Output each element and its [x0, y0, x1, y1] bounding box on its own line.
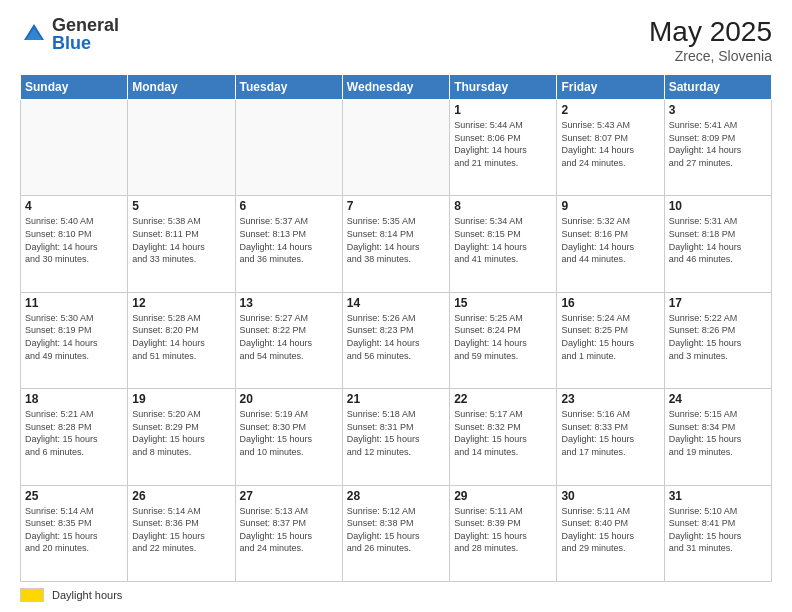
calendar-day-header: Wednesday: [342, 75, 449, 100]
day-info: Sunrise: 5:21 AM Sunset: 8:28 PM Dayligh…: [25, 408, 123, 458]
calendar-day-header: Sunday: [21, 75, 128, 100]
calendar-day-header: Saturday: [664, 75, 771, 100]
table-row: 8Sunrise: 5:34 AM Sunset: 8:15 PM Daylig…: [450, 196, 557, 292]
table-row: 27Sunrise: 5:13 AM Sunset: 8:37 PM Dayli…: [235, 485, 342, 581]
day-number: 9: [561, 199, 659, 213]
day-number: 30: [561, 489, 659, 503]
day-number: 3: [669, 103, 767, 117]
table-row: 26Sunrise: 5:14 AM Sunset: 8:36 PM Dayli…: [128, 485, 235, 581]
day-number: 20: [240, 392, 338, 406]
month-year: May 2025: [649, 16, 772, 48]
day-info: Sunrise: 5:37 AM Sunset: 8:13 PM Dayligh…: [240, 215, 338, 265]
calendar-week-row: 18Sunrise: 5:21 AM Sunset: 8:28 PM Dayli…: [21, 389, 772, 485]
day-info: Sunrise: 5:28 AM Sunset: 8:20 PM Dayligh…: [132, 312, 230, 362]
day-info: Sunrise: 5:20 AM Sunset: 8:29 PM Dayligh…: [132, 408, 230, 458]
table-row: 23Sunrise: 5:16 AM Sunset: 8:33 PM Dayli…: [557, 389, 664, 485]
table-row: 2Sunrise: 5:43 AM Sunset: 8:07 PM Daylig…: [557, 100, 664, 196]
table-row: 7Sunrise: 5:35 AM Sunset: 8:14 PM Daylig…: [342, 196, 449, 292]
table-row: 28Sunrise: 5:12 AM Sunset: 8:38 PM Dayli…: [342, 485, 449, 581]
day-number: 2: [561, 103, 659, 117]
table-row: 4Sunrise: 5:40 AM Sunset: 8:10 PM Daylig…: [21, 196, 128, 292]
day-info: Sunrise: 5:17 AM Sunset: 8:32 PM Dayligh…: [454, 408, 552, 458]
day-info: Sunrise: 5:34 AM Sunset: 8:15 PM Dayligh…: [454, 215, 552, 265]
day-info: Sunrise: 5:15 AM Sunset: 8:34 PM Dayligh…: [669, 408, 767, 458]
table-row: [128, 100, 235, 196]
day-number: 28: [347, 489, 445, 503]
calendar-week-row: 25Sunrise: 5:14 AM Sunset: 8:35 PM Dayli…: [21, 485, 772, 581]
day-number: 4: [25, 199, 123, 213]
table-row: 6Sunrise: 5:37 AM Sunset: 8:13 PM Daylig…: [235, 196, 342, 292]
day-number: 17: [669, 296, 767, 310]
day-info: Sunrise: 5:22 AM Sunset: 8:26 PM Dayligh…: [669, 312, 767, 362]
table-row: 16Sunrise: 5:24 AM Sunset: 8:25 PM Dayli…: [557, 292, 664, 388]
table-row: 3Sunrise: 5:41 AM Sunset: 8:09 PM Daylig…: [664, 100, 771, 196]
day-info: Sunrise: 5:14 AM Sunset: 8:36 PM Dayligh…: [132, 505, 230, 555]
logo-general-text: General: [52, 15, 119, 35]
day-info: Sunrise: 5:13 AM Sunset: 8:37 PM Dayligh…: [240, 505, 338, 555]
day-number: 18: [25, 392, 123, 406]
day-info: Sunrise: 5:44 AM Sunset: 8:06 PM Dayligh…: [454, 119, 552, 169]
day-number: 8: [454, 199, 552, 213]
table-row: 17Sunrise: 5:22 AM Sunset: 8:26 PM Dayli…: [664, 292, 771, 388]
day-number: 21: [347, 392, 445, 406]
calendar-day-header: Monday: [128, 75, 235, 100]
day-number: 25: [25, 489, 123, 503]
day-number: 19: [132, 392, 230, 406]
day-info: Sunrise: 5:32 AM Sunset: 8:16 PM Dayligh…: [561, 215, 659, 265]
day-number: 15: [454, 296, 552, 310]
day-number: 29: [454, 489, 552, 503]
day-info: Sunrise: 5:35 AM Sunset: 8:14 PM Dayligh…: [347, 215, 445, 265]
table-row: 29Sunrise: 5:11 AM Sunset: 8:39 PM Dayli…: [450, 485, 557, 581]
calendar-table: SundayMondayTuesdayWednesdayThursdayFrid…: [20, 74, 772, 582]
day-number: 13: [240, 296, 338, 310]
calendar-week-row: 11Sunrise: 5:30 AM Sunset: 8:19 PM Dayli…: [21, 292, 772, 388]
day-number: 31: [669, 489, 767, 503]
table-row: 12Sunrise: 5:28 AM Sunset: 8:20 PM Dayli…: [128, 292, 235, 388]
table-row: 14Sunrise: 5:26 AM Sunset: 8:23 PM Dayli…: [342, 292, 449, 388]
daylight-swatch: [20, 588, 44, 602]
calendar-day-header: Friday: [557, 75, 664, 100]
day-info: Sunrise: 5:18 AM Sunset: 8:31 PM Dayligh…: [347, 408, 445, 458]
day-number: 26: [132, 489, 230, 503]
day-number: 27: [240, 489, 338, 503]
calendar-week-row: 1Sunrise: 5:44 AM Sunset: 8:06 PM Daylig…: [21, 100, 772, 196]
table-row: 19Sunrise: 5:20 AM Sunset: 8:29 PM Dayli…: [128, 389, 235, 485]
table-row: 25Sunrise: 5:14 AM Sunset: 8:35 PM Dayli…: [21, 485, 128, 581]
day-number: 16: [561, 296, 659, 310]
table-row: 24Sunrise: 5:15 AM Sunset: 8:34 PM Dayli…: [664, 389, 771, 485]
day-info: Sunrise: 5:25 AM Sunset: 8:24 PM Dayligh…: [454, 312, 552, 362]
footer: Daylight hours: [20, 588, 772, 602]
day-number: 11: [25, 296, 123, 310]
table-row: 9Sunrise: 5:32 AM Sunset: 8:16 PM Daylig…: [557, 196, 664, 292]
table-row: 18Sunrise: 5:21 AM Sunset: 8:28 PM Dayli…: [21, 389, 128, 485]
day-info: Sunrise: 5:11 AM Sunset: 8:40 PM Dayligh…: [561, 505, 659, 555]
logo-icon: [20, 20, 48, 48]
day-number: 1: [454, 103, 552, 117]
title-block: May 2025 Zrece, Slovenia: [649, 16, 772, 64]
day-info: Sunrise: 5:26 AM Sunset: 8:23 PM Dayligh…: [347, 312, 445, 362]
day-info: Sunrise: 5:24 AM Sunset: 8:25 PM Dayligh…: [561, 312, 659, 362]
page: General Blue May 2025 Zrece, Slovenia Su…: [0, 0, 792, 612]
table-row: 21Sunrise: 5:18 AM Sunset: 8:31 PM Dayli…: [342, 389, 449, 485]
day-info: Sunrise: 5:43 AM Sunset: 8:07 PM Dayligh…: [561, 119, 659, 169]
daylight-label: Daylight hours: [52, 589, 122, 601]
day-number: 6: [240, 199, 338, 213]
location: Zrece, Slovenia: [649, 48, 772, 64]
table-row: 30Sunrise: 5:11 AM Sunset: 8:40 PM Dayli…: [557, 485, 664, 581]
day-info: Sunrise: 5:41 AM Sunset: 8:09 PM Dayligh…: [669, 119, 767, 169]
table-row: [235, 100, 342, 196]
calendar-header-row: SundayMondayTuesdayWednesdayThursdayFrid…: [21, 75, 772, 100]
day-info: Sunrise: 5:14 AM Sunset: 8:35 PM Dayligh…: [25, 505, 123, 555]
day-info: Sunrise: 5:16 AM Sunset: 8:33 PM Dayligh…: [561, 408, 659, 458]
logo: General Blue: [20, 16, 119, 52]
calendar-day-header: Thursday: [450, 75, 557, 100]
day-number: 7: [347, 199, 445, 213]
table-row: 20Sunrise: 5:19 AM Sunset: 8:30 PM Dayli…: [235, 389, 342, 485]
header: General Blue May 2025 Zrece, Slovenia: [20, 16, 772, 64]
calendar-day-header: Tuesday: [235, 75, 342, 100]
table-row: 22Sunrise: 5:17 AM Sunset: 8:32 PM Dayli…: [450, 389, 557, 485]
table-row: 10Sunrise: 5:31 AM Sunset: 8:18 PM Dayli…: [664, 196, 771, 292]
calendar-week-row: 4Sunrise: 5:40 AM Sunset: 8:10 PM Daylig…: [21, 196, 772, 292]
day-number: 24: [669, 392, 767, 406]
table-row: 1Sunrise: 5:44 AM Sunset: 8:06 PM Daylig…: [450, 100, 557, 196]
